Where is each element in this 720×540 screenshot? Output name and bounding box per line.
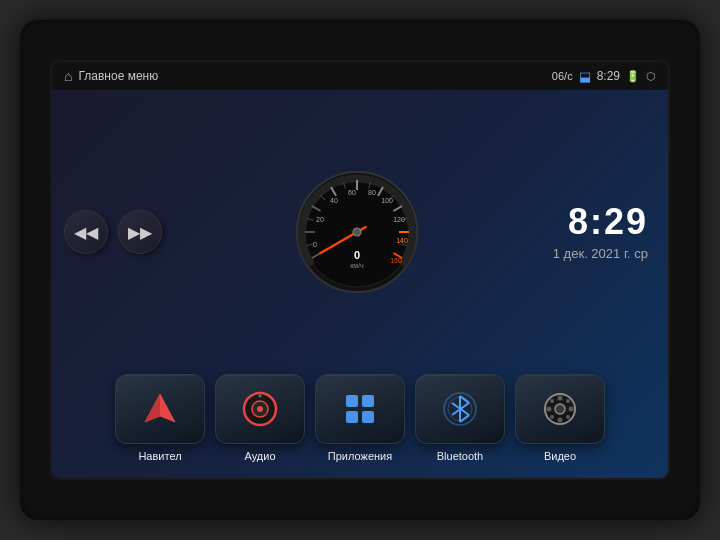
svg-text:120: 120 <box>394 216 406 223</box>
app-icon-navi[interactable] <box>115 374 205 444</box>
svg-marker-33 <box>145 394 160 422</box>
svg-point-55 <box>550 399 554 403</box>
app-item-bluetooth[interactable]: Bluetooth <box>415 374 505 462</box>
svg-rect-40 <box>346 411 358 423</box>
app-label-navi: Навител <box>138 450 181 462</box>
svg-text:160: 160 <box>391 257 403 264</box>
svg-text:км/ч: км/ч <box>351 262 365 269</box>
clock-time: 8:29 <box>553 204 648 240</box>
app-label-apps: Приложения <box>328 450 392 462</box>
svg-marker-32 <box>145 394 175 422</box>
screen-title: Главное меню <box>78 69 551 83</box>
prev-button[interactable]: ◀◀ <box>64 210 108 254</box>
status-right-area: 06/с ⬓ 8:29 🔋 ⬡ <box>552 69 656 84</box>
svg-text:20: 20 <box>316 216 324 223</box>
svg-point-56 <box>566 415 570 419</box>
app-icon-apps[interactable] <box>315 374 405 444</box>
svg-point-53 <box>547 407 552 412</box>
svg-line-45 <box>460 396 469 403</box>
home-icon[interactable]: ⌂ <box>64 68 72 84</box>
svg-text:40: 40 <box>330 197 338 204</box>
app-icon-audio[interactable] <box>215 374 305 444</box>
app-label-bluetooth: Bluetooth <box>437 450 483 462</box>
status-bar: ⌂ Главное меню 06/с ⬓ 8:29 🔋 ⬡ <box>52 62 668 90</box>
battery-icon: 🔋 <box>626 70 640 83</box>
bluetooth-icon <box>441 390 479 428</box>
svg-point-36 <box>257 406 263 412</box>
svg-text:0: 0 <box>354 249 360 261</box>
svg-text:140: 140 <box>397 237 409 244</box>
svg-point-54 <box>569 407 574 412</box>
clock-widget: 8:29 1 дек. 2021 г. ср <box>553 204 648 261</box>
bluetooth-status-icon: ⬓ <box>579 69 591 84</box>
android-icon: ⬡ <box>646 70 656 83</box>
svg-line-48 <box>452 403 469 415</box>
top-widget-row: ◀◀ ▶▶ <box>64 102 656 362</box>
media-controls: ◀◀ ▶▶ <box>64 210 162 254</box>
svg-text:60: 60 <box>348 189 356 196</box>
svg-point-43 <box>448 397 472 421</box>
time-display: 8:29 <box>597 69 620 83</box>
next-button[interactable]: ▶▶ <box>118 210 162 254</box>
app-item-navi[interactable]: Навител <box>115 374 205 462</box>
navigation-icon <box>141 390 179 428</box>
svg-point-49 <box>545 394 575 424</box>
svg-point-42 <box>444 393 476 425</box>
svg-text:0: 0 <box>313 241 317 248</box>
svg-line-46 <box>452 403 469 415</box>
svg-point-58 <box>550 415 554 419</box>
app-icon-bluetooth[interactable] <box>415 374 505 444</box>
app-label-audio: Аудио <box>244 450 275 462</box>
app-item-apps[interactable]: Приложения <box>315 374 405 462</box>
signal-info: 06/с <box>552 70 573 82</box>
app-icon-video[interactable] <box>515 374 605 444</box>
svg-point-35 <box>252 401 268 417</box>
clock-date: 1 дек. 2021 г. ср <box>553 246 648 261</box>
svg-rect-41 <box>362 411 374 423</box>
svg-point-50 <box>555 404 565 414</box>
svg-point-37 <box>259 395 262 398</box>
app-label-video: Видео <box>544 450 576 462</box>
svg-point-52 <box>558 418 563 423</box>
car-stereo-unit: ⌂ Главное меню 06/с ⬓ 8:29 🔋 ⬡ ◀◀ <box>20 20 700 520</box>
touchscreen-display[interactable]: ⌂ Главное меню 06/с ⬓ 8:29 🔋 ⬡ ◀◀ <box>50 60 670 480</box>
app-grid: Навител Аудио <box>64 374 656 466</box>
app-item-video[interactable]: Видео <box>515 374 605 462</box>
svg-point-51 <box>558 396 563 401</box>
svg-point-57 <box>566 399 570 403</box>
svg-point-34 <box>244 393 276 425</box>
svg-line-47 <box>460 415 469 422</box>
speedometer-gauge: 0 20 40 60 80 100 120 140 160 <box>292 167 422 297</box>
svg-rect-39 <box>362 395 374 407</box>
svg-text:80: 80 <box>368 189 376 196</box>
speedometer-widget: 0 20 40 60 80 100 120 140 160 <box>178 167 537 297</box>
apps-grid-icon <box>341 390 379 428</box>
main-content-area: ◀◀ ▶▶ <box>52 90 668 478</box>
svg-rect-38 <box>346 395 358 407</box>
app-item-audio[interactable]: Аудио <box>215 374 305 462</box>
video-icon <box>541 390 579 428</box>
audio-icon <box>241 390 279 428</box>
svg-text:100: 100 <box>382 197 394 204</box>
